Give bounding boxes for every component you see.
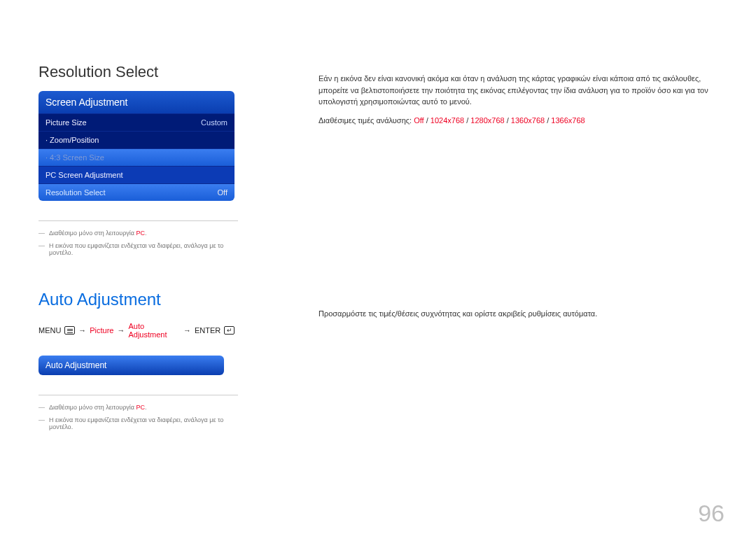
footnote-model: ― Η εικόνα που εμφανίζεται ενδέχεται να … — [38, 242, 234, 256]
menu-item-43-screen-size[interactable]: · 4:3 Screen Size — [38, 148, 234, 166]
item-label: Resolution Select — [46, 188, 106, 197]
path-picture: Picture — [90, 326, 113, 335]
menu-item-picture-size[interactable]: Picture Size Custom — [38, 113, 234, 131]
menu-path: MENU → Picture → Auto Adjustment → ENTER — [38, 322, 234, 339]
enter-icon — [224, 326, 234, 335]
footnote-model: ― Η εικόνα που εμφανίζεται ενδέχεται να … — [38, 416, 234, 430]
res-opt: 1366x768 — [551, 116, 584, 125]
arrow-icon: → — [183, 326, 191, 335]
footnote-text-post: . — [145, 230, 147, 237]
res-opt: 1360x768 — [511, 116, 545, 125]
res-opt: 1280x768 — [470, 116, 504, 125]
arrow-icon: → — [117, 326, 125, 335]
item-value: Custom — [201, 118, 227, 127]
section-title-resolution: Resolution Select — [38, 63, 234, 81]
item-label: · 4:3 Screen Size — [46, 153, 104, 162]
menu-item-zoom-position[interactable]: · Zoom/Position — [38, 131, 234, 148]
res-label: Διαθέσιμες τιμές ανάλυσης: — [318, 116, 414, 125]
item-label: PC Screen Adjustment — [46, 171, 123, 179]
res-opt: Off — [414, 116, 424, 125]
dash-icon: ― — [38, 242, 45, 256]
footnote-text-post: . — [145, 404, 147, 411]
item-label: Picture Size — [46, 118, 87, 127]
page-number: 96 — [698, 500, 724, 527]
item-label: · Zoom/Position — [46, 136, 99, 144]
body-text: Εάν η εικόνα δεν είναι κανονική ακόμα κα… — [318, 73, 718, 108]
footnote-text: Η εικόνα που εμφανίζεται ενδέχεται να δι… — [49, 242, 234, 256]
arrow-icon: → — [78, 326, 86, 335]
divider — [38, 395, 238, 395]
screen-adjustment-menu: Screen Adjustment Picture Size Custom · … — [38, 91, 234, 201]
dash-icon: ― — [38, 404, 45, 411]
pc-label: PC — [136, 404, 145, 411]
path-enter: ENTER — [195, 326, 220, 335]
menu-header: Screen Adjustment — [38, 91, 234, 113]
body-text: Προσαρμόστε τις τιμές/θέσεις συχνότητας … — [318, 300, 718, 320]
path-menu: MENU — [38, 326, 61, 335]
footnote-text: Διαθέσιμο μόνο στη λειτουργία — [49, 404, 136, 411]
dash-icon: ― — [38, 416, 45, 430]
footnote-text: Η εικόνα που εμφανίζεται ενδέχεται να δι… — [49, 416, 234, 430]
menu-icon — [64, 326, 75, 335]
footnote-pc-only: ― Διαθέσιμο μόνο στη λειτουργία PC. — [38, 404, 234, 411]
menu-item-resolution-select[interactable]: Resolution Select Off — [38, 183, 234, 201]
item-value: Off — [218, 188, 227, 197]
footnote-text: Διαθέσιμο μόνο στη λειτουργία — [49, 230, 136, 237]
pc-label: PC — [136, 230, 145, 237]
divider — [38, 220, 238, 221]
resolution-options: Διαθέσιμες τιμές ανάλυσης: Off / 1024x76… — [318, 116, 718, 125]
menu-item-pc-screen-adjustment[interactable]: PC Screen Adjustment — [38, 166, 234, 183]
footnote-pc-only: ― Διαθέσιμο μόνο στη λειτουργία PC. — [38, 230, 234, 237]
dash-icon: ― — [38, 230, 45, 237]
auto-adjustment-bar[interactable]: Auto Adjustment — [38, 356, 224, 375]
section-title-auto-adjustment: Auto Adjustment — [38, 290, 234, 309]
res-opt: 1024x768 — [430, 116, 464, 125]
path-auto-adjustment: Auto Adjustment — [128, 322, 179, 339]
